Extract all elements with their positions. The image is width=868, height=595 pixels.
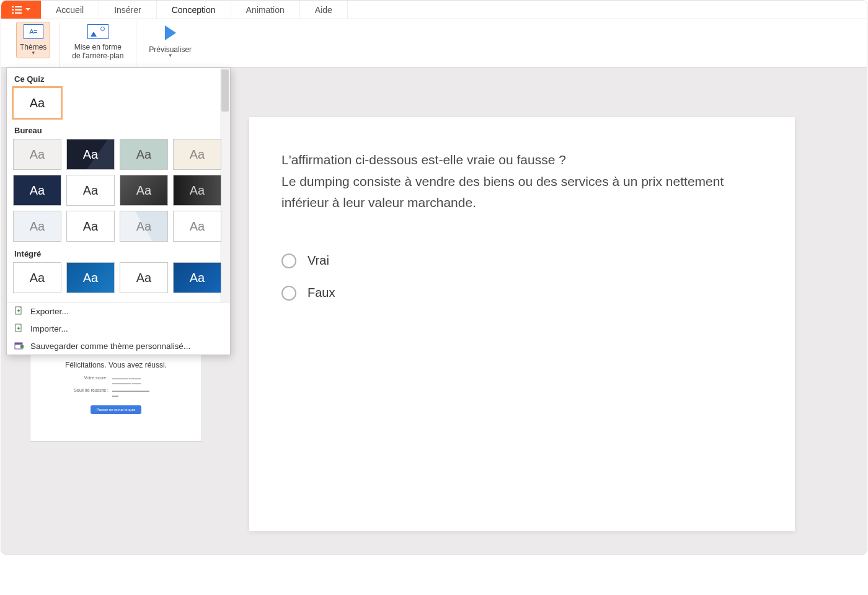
tabbar: Accueil Insérer Conception Animation Aid… — [1, 1, 867, 19]
svg-rect-2 — [12, 9, 14, 11]
theme-grid-ce-quiz: Aa — [13, 87, 226, 123]
section-integre: Intégré — [13, 247, 226, 262]
option-false[interactable]: Faux — [281, 286, 763, 301]
review-quiz-button-thumb: Passer en revue le quiz — [91, 405, 142, 414]
themes-icon: A= — [24, 24, 43, 39]
theme-grid-integre: AaAaAaAa — [13, 262, 226, 298]
themes-button[interactable]: A= Thèmes ▼ — [16, 22, 50, 58]
theme-grid-bureau: AaAaAaAaAaAaAaAaAaAaAaAa — [13, 139, 226, 247]
theme-swatch-bureau-0[interactable]: Aa — [13, 139, 61, 170]
theme-swatch-bureau-3[interactable]: Aa — [173, 139, 221, 170]
panel-footer: Exporter... Importer... Sauvegarder comm… — [7, 302, 230, 355]
theme-swatch-bureau-6[interactable]: Aa — [120, 175, 168, 206]
export-theme-item[interactable]: Exporter... — [7, 302, 230, 320]
save-custom-label: Sauvegarder comme thème personnalisé... — [30, 342, 190, 351]
question-text: L'affirmation ci-dessous est-elle vraie … — [281, 149, 763, 214]
radio-icon — [281, 253, 296, 268]
background-label: Mise en forme de l'arrière-plan — [72, 43, 123, 61]
svg-rect-5 — [15, 12, 22, 14]
theme-swatch-integre-1[interactable]: Aa — [66, 262, 115, 293]
section-ce-quiz: Ce Quiz — [13, 72, 226, 87]
app-menu-button[interactable] — [1, 1, 41, 19]
svg-rect-0 — [12, 6, 14, 7]
results-title: Félicitations. Vous avez réussi. — [39, 361, 193, 369]
tab-aide[interactable]: Aide — [300, 1, 348, 19]
ribbon-group-preview: Prévisualiser ▼ — [136, 22, 204, 67]
theme-swatch-bureau-5[interactable]: Aa — [66, 175, 115, 206]
theme-swatch-bureau-11[interactable]: Aa — [173, 211, 221, 242]
section-bureau: Bureau — [13, 123, 226, 139]
threshold-label: Seuil de réussite : — [64, 388, 108, 398]
play-icon — [165, 25, 176, 40]
slide-canvas: L'affirmation ci-dessous est-elle vraie … — [249, 117, 795, 531]
save-custom-theme-item[interactable]: Sauvegarder comme thème personnalisé... — [7, 337, 230, 355]
theme-swatch-integre-2[interactable]: Aa — [120, 262, 168, 293]
theme-swatch-bureau-1[interactable]: Aa — [66, 139, 115, 170]
list-icon — [12, 6, 22, 14]
scrollbar-track[interactable] — [220, 68, 230, 302]
export-label: Exporter... — [30, 307, 69, 316]
chevron-down-icon: ▼ — [31, 50, 36, 56]
save-theme-icon — [14, 341, 24, 351]
tab-accueil[interactable]: Accueil — [41, 1, 99, 19]
theme-swatch-bureau-8[interactable]: Aa — [13, 211, 61, 242]
option-false-label: Faux — [308, 286, 335, 300]
tab-inserer[interactable]: Insérer — [99, 1, 157, 19]
svg-rect-4 — [12, 12, 14, 14]
tab-animation[interactable]: Animation — [231, 1, 300, 19]
themes-dropdown-panel: Ce Quiz Aa Bureau AaAaAaAaAaAaAaAaAaAaAa… — [6, 68, 231, 355]
tab-conception[interactable]: Conception — [157, 1, 231, 19]
theme-swatch-integre-0[interactable]: Aa — [13, 262, 61, 293]
theme-swatch-bureau-10[interactable]: Aa — [120, 211, 168, 242]
results-slide-thumbnail[interactable]: Félicitations. Vous avez réussi. Votre s… — [30, 351, 202, 442]
radio-icon — [281, 286, 296, 301]
preview-button[interactable]: Prévisualiser ▼ — [145, 22, 195, 61]
option-true[interactable]: Vrai — [281, 253, 763, 268]
svg-rect-3 — [15, 9, 22, 11]
threshold-value-placeholder: ▬▬▬▬▬▬▬▬▬▬▬▬▬▬ — [112, 388, 168, 398]
theme-swatch-bureau-7[interactable]: Aa — [173, 175, 221, 206]
theme-swatch-bureau-9[interactable]: Aa — [66, 211, 115, 242]
import-icon — [14, 324, 24, 333]
chevron-down-icon — [25, 8, 30, 11]
app-frame: Accueil Insérer Conception Animation Aid… — [1, 0, 867, 555]
theme-swatch-cequiz-0[interactable]: Aa — [13, 87, 61, 118]
theme-swatch-bureau-4[interactable]: Aa — [13, 175, 61, 206]
svg-rect-9 — [15, 343, 22, 345]
svg-rect-10 — [20, 345, 24, 348]
ribbon-group-background: Mise en forme de l'arrière-plan — [60, 22, 136, 67]
svg-rect-1 — [15, 6, 22, 7]
scrollbar-thumb[interactable] — [221, 69, 229, 112]
options-list: Vrai Faux — [281, 253, 763, 301]
option-true-label: Vrai — [308, 253, 329, 268]
chevron-down-icon: ▼ — [168, 53, 173, 58]
score-value-placeholder: ▬▬▬▬▬ ▬▬▬▬▬▬▬▬▬▬ ▬▬▬ — [112, 376, 168, 386]
ribbon: A= Thèmes ▼ Mise en forme de l'arrière-p… — [1, 19, 867, 68]
import-label: Importer... — [30, 324, 68, 333]
export-icon — [14, 306, 24, 316]
background-format-button[interactable]: Mise en forme de l'arrière-plan — [68, 22, 127, 63]
theme-swatch-integre-3[interactable]: Aa — [173, 262, 221, 293]
score-label: Votre score : — [64, 376, 108, 386]
theme-swatch-bureau-2[interactable]: Aa — [120, 139, 168, 170]
background-icon — [87, 24, 108, 39]
ribbon-group-themes: A= Thèmes ▼ — [7, 22, 60, 67]
import-theme-item[interactable]: Importer... — [7, 320, 230, 337]
